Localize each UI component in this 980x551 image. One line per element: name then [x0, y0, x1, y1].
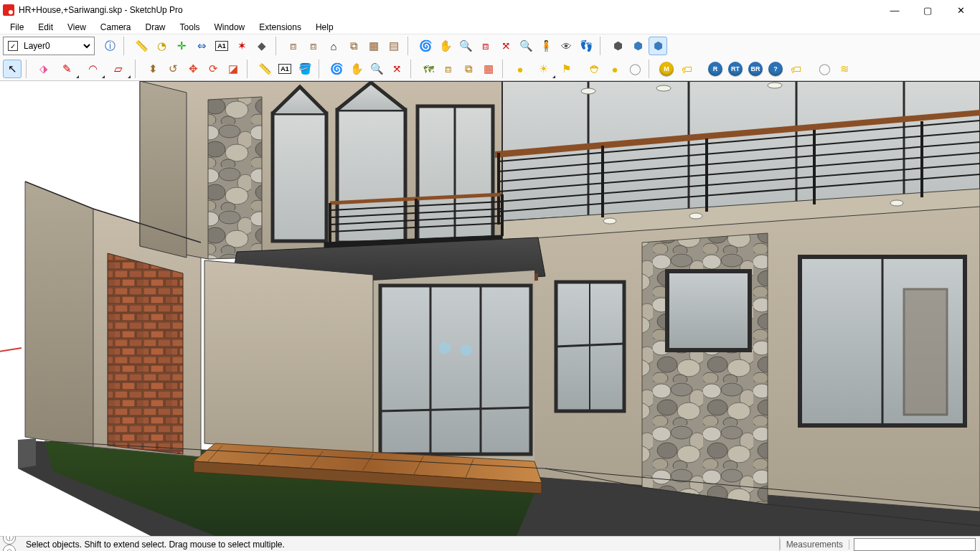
extension-warehouse-icon[interactable]: ⧉ — [459, 60, 478, 78]
previous-view-icon[interactable]: 🔍 — [517, 37, 535, 55]
model-viewport[interactable] — [0, 81, 980, 536]
info-icon[interactable]: ⓘ — [100, 37, 119, 55]
svg-rect-75 — [904, 289, 947, 415]
axes-icon[interactable]: ✛ — [172, 37, 191, 55]
text-label-icon[interactable]: A1 — [212, 37, 231, 55]
protractor-icon[interactable]: ◔ — [152, 37, 171, 55]
menu-tools[interactable]: Tools — [173, 20, 207, 34]
measurements-input[interactable] — [854, 538, 976, 551]
measurements-label: Measurements — [780, 540, 849, 550]
menu-file[interactable]: File — [3, 20, 31, 34]
window-title: HR+House,+Sariwangi.skp - SketchUp Pro — [19, 5, 878, 15]
svg-rect-27 — [273, 113, 326, 241]
svg-rect-62 — [380, 286, 531, 454]
model-info-icon[interactable]: ▤ — [385, 37, 403, 55]
menu-view[interactable]: View — [60, 20, 93, 34]
follow-me-icon[interactable]: ↺ — [164, 60, 182, 78]
badge-dot[interactable]: ◯ — [815, 60, 834, 78]
zoom-window-icon[interactable]: ⧈ — [476, 37, 495, 55]
toolbar-row-2: ↖⬗✎◠▱⬍↺✥⟳◪📏A1🪣🌀✋🔍⤧🗺⧈⧉▦●☀⚑⛑●◯M🏷RRTBR?🏷◯≋ — [0, 57, 980, 80]
svg-marker-19 — [25, 182, 93, 447]
badge-stripes[interactable]: ≋ — [835, 60, 854, 78]
walk-icon[interactable]: 👣 — [577, 37, 595, 55]
badge-rt[interactable]: RT — [726, 60, 745, 78]
layer-dropdown[interactable]: Layer0 — [21, 38, 93, 54]
layout-icon[interactable]: ▦ — [479, 60, 498, 78]
menu-camera[interactable]: Camera — [93, 20, 138, 34]
svg-point-87 — [603, 218, 616, 224]
scale-icon[interactable]: ◪ — [224, 60, 242, 78]
position-camera-icon[interactable]: 🧍 — [537, 37, 555, 55]
select-icon[interactable]: ↖ — [3, 60, 22, 78]
toolbar-row-1: ✓ Layer0 ⓘ📏◔✛⇔A1✶◆⧈⧈⌂⧉▦▤🌀✋🔍⧈⤧🔍🧍👁👣⬢⬢⬢ — [0, 34, 980, 57]
badge-tag[interactable]: 🏷 — [677, 60, 696, 78]
zoom-icon[interactable]: 🔍 — [456, 37, 475, 55]
tape-measure-2-icon[interactable]: 📏 — [255, 60, 274, 78]
pan-2-icon[interactable]: ✋ — [347, 60, 366, 78]
maximize-button[interactable]: ▢ — [911, 0, 944, 20]
close-button[interactable]: ✕ — [944, 0, 977, 20]
badge-br[interactable]: BR — [746, 60, 765, 78]
menu-draw[interactable]: Draw — [138, 20, 173, 34]
shaded-textures-icon[interactable]: ⬢ — [649, 37, 667, 55]
sun-yellow-icon[interactable]: ● — [511, 60, 529, 78]
3d-text-icon[interactable]: ✶ — [232, 37, 251, 55]
svg-marker-68 — [204, 260, 373, 456]
eraser-icon[interactable]: ⬗ — [34, 60, 53, 78]
component-attributes-icon[interactable]: ⧉ — [344, 37, 363, 55]
push-pull-icon[interactable]: ⬍ — [143, 60, 162, 78]
orbit-2-icon[interactable]: 🌀 — [327, 60, 346, 78]
layer-visible-checkbox[interactable]: ✓ — [8, 41, 18, 51]
component-window-icon[interactable]: ▦ — [364, 37, 383, 55]
layer-selector[interactable]: ✓ Layer0 — [3, 37, 95, 55]
paint-bucket-icon[interactable]: 🪣 — [296, 60, 314, 78]
tape-measure-icon[interactable]: 📏 — [132, 37, 151, 55]
shaded-icon[interactable]: ⬢ — [628, 37, 647, 55]
badge-r[interactable]: R — [706, 60, 725, 78]
svg-point-84 — [581, 88, 595, 94]
badge-help[interactable]: ? — [766, 60, 785, 78]
rectangle-icon[interactable]: ▱ — [106, 60, 131, 78]
badge-tag2[interactable]: 🏷 — [786, 60, 805, 78]
svg-point-86 — [768, 83, 782, 88]
look-around-icon[interactable]: 👁 — [557, 37, 575, 55]
arc-icon[interactable]: ◠ — [80, 60, 105, 78]
zoom-extents-2-icon[interactable]: ⤧ — [387, 60, 406, 78]
text-2-icon[interactable]: A1 — [275, 60, 294, 78]
hardhat-icon[interactable]: ⛑ — [585, 60, 604, 78]
iso-view-icon[interactable]: ⬢ — [608, 37, 627, 55]
make-component-icon[interactable]: ⧈ — [284, 37, 303, 55]
geolocation-icon[interactable]: 🗺 — [419, 60, 438, 78]
orbit-icon[interactable]: 🌀 — [416, 37, 435, 55]
rotate-icon[interactable]: ⟳ — [204, 60, 222, 78]
svg-point-66 — [439, 342, 451, 354]
badge-m[interactable]: M — [657, 60, 676, 78]
sphere-icon[interactable]: ● — [606, 60, 624, 78]
svg-marker-25 — [208, 97, 262, 259]
profile-status-icon[interactable]: ☺ — [3, 545, 16, 552]
menu-window[interactable]: Window — [207, 20, 253, 34]
title-bar: HR+House,+Sariwangi.skp - SketchUp Pro —… — [0, 0, 980, 20]
svg-marker-21 — [108, 253, 183, 454]
menu-bar: FileEditViewCameraDrawToolsWindowExtensi… — [0, 20, 980, 34]
flag-icon[interactable]: ⚑ — [557, 60, 575, 78]
menu-help[interactable]: Help — [308, 20, 341, 34]
sun-settings-icon[interactable]: ☀ — [531, 60, 555, 78]
line-icon[interactable]: ✎ — [55, 60, 79, 78]
status-bar: ⊕ⓘ☺? Select objects. Shift to extend sel… — [0, 536, 980, 551]
minimize-button[interactable]: — — [878, 0, 911, 20]
outliner-icon[interactable]: ⌂ — [324, 37, 343, 55]
zoom-2-icon[interactable]: 🔍 — [367, 60, 386, 78]
menu-edit[interactable]: Edit — [31, 20, 60, 34]
dimension-icon[interactable]: ⇔ — [192, 37, 211, 55]
component-options-icon[interactable]: ⧈ — [304, 37, 323, 55]
3d-warehouse-icon[interactable]: ⧈ — [439, 60, 458, 78]
pan-icon[interactable]: ✋ — [436, 37, 455, 55]
svg-rect-72 — [667, 271, 750, 350]
move-icon[interactable]: ✥ — [184, 60, 202, 78]
section-plane-icon[interactable]: ◆ — [253, 37, 271, 55]
menu-extensions[interactable]: Extensions — [252, 20, 308, 34]
sketchup-app-icon — [3, 4, 14, 16]
stop-icon[interactable]: ◯ — [626, 60, 644, 78]
zoom-extents-icon[interactable]: ⤧ — [496, 37, 515, 55]
